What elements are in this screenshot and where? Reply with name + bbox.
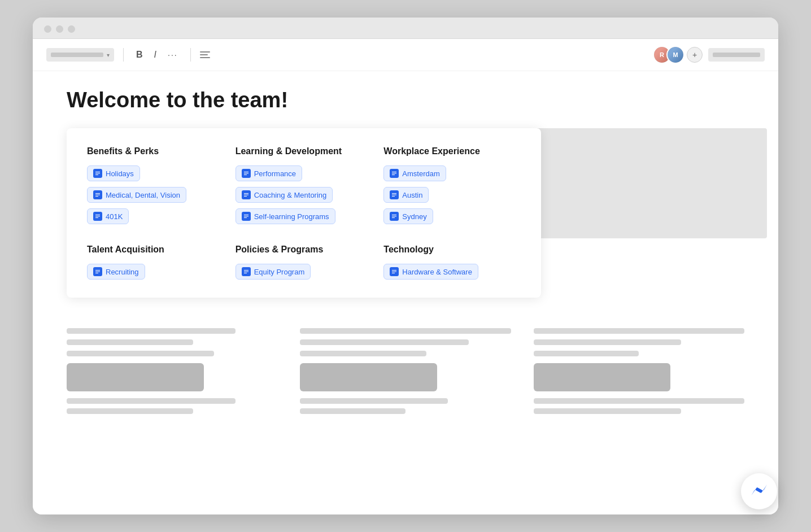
svg-rect-13 — [244, 195, 248, 195]
svg-rect-17 — [244, 217, 247, 218]
traffic-light-1 — [44, 25, 51, 33]
svg-rect-19 — [392, 173, 396, 174]
tag-sydney[interactable]: Sydney — [383, 208, 433, 224]
tag-medical[interactable]: Medical, Dental, Vision — [87, 187, 186, 203]
tag-coaching[interactable]: Coaching & Mentoring — [236, 187, 333, 203]
tag-recruiting-label: Recruiting — [106, 268, 139, 276]
svg-rect-22 — [392, 195, 396, 195]
svg-rect-4 — [95, 195, 100, 195]
svg-rect-1 — [95, 173, 100, 174]
placeholder-bar — [67, 398, 236, 404]
placeholder-bar — [534, 339, 681, 345]
toolbar-divider-2 — [190, 48, 191, 62]
placeholder-bar — [67, 328, 236, 334]
avatar-group: R M + — [653, 46, 703, 64]
page-title: Welcome to the team! — [67, 88, 744, 112]
traffic-light-3 — [68, 25, 75, 33]
dark-placeholder-block — [534, 363, 671, 391]
placeholder-bar — [534, 398, 744, 404]
confluence-logo-icon — [749, 481, 769, 502]
bottom-col-2 — [300, 328, 511, 356]
tag-recruiting[interactable]: Recruiting — [87, 264, 145, 280]
svg-rect-33 — [392, 270, 396, 271]
svg-rect-25 — [392, 216, 396, 217]
tag-amsterdam-label: Amsterdam — [402, 169, 439, 178]
tag-401k[interactable]: 401K — [87, 208, 129, 224]
svg-rect-29 — [95, 273, 98, 273]
browser-window: ▾ B I ··· R M — [33, 18, 778, 514]
tag-amsterdam[interactable]: Amsterdam — [383, 165, 446, 181]
page-icon-medical — [93, 190, 102, 199]
bottom-col-4 — [67, 363, 277, 414]
svg-rect-28 — [95, 272, 100, 272]
share-bar — [713, 53, 760, 57]
share-button[interactable] — [708, 48, 765, 62]
page-icon-amsterdam — [390, 169, 399, 178]
align-button[interactable] — [200, 51, 210, 58]
svg-rect-34 — [392, 272, 396, 272]
more-formatting-button[interactable]: ··· — [164, 49, 181, 60]
svg-rect-10 — [244, 173, 248, 174]
align-line-1 — [200, 51, 210, 53]
tag-equity[interactable]: Equity Program — [236, 264, 311, 280]
tag-selflearning[interactable]: Self-learning Programs — [236, 208, 335, 224]
dropdown-bar — [51, 53, 103, 57]
category-technology-title: Technology — [383, 245, 521, 255]
bottom-col-3 — [534, 328, 744, 356]
tag-coaching-label: Coaching & Mentoring — [254, 191, 327, 199]
page-icon-sydney — [390, 212, 399, 221]
tag-holidays[interactable]: Holidays — [87, 165, 140, 181]
placeholder-bar — [300, 351, 426, 356]
category-technology: Technology Hardware & Software — [383, 245, 521, 280]
tag-equity-label: Equity Program — [254, 268, 305, 276]
tag-401k-label: 401K — [106, 212, 123, 221]
tag-sydney-label: Sydney — [402, 212, 426, 221]
toolbar-left: ▾ B I ··· — [46, 48, 210, 62]
toolbar-divider-1 — [123, 48, 124, 62]
svg-rect-30 — [244, 270, 248, 271]
category-policies: Policies & Programs Equity Program — [236, 245, 373, 280]
svg-rect-21 — [392, 193, 396, 194]
placeholder-bar — [534, 351, 639, 356]
bottom-content-area — [33, 315, 778, 425]
toolbar: ▾ B I ··· R M — [33, 39, 778, 71]
svg-rect-6 — [95, 215, 100, 215]
dropdown-arrow-icon: ▾ — [107, 52, 110, 58]
dark-placeholder-block — [67, 363, 204, 391]
tag-austin-label: Austin — [402, 191, 422, 199]
tag-performance[interactable]: Performance — [236, 165, 302, 181]
category-learning-title: Learning & Development — [236, 146, 373, 156]
add-collaborator-button[interactable]: + — [687, 47, 703, 63]
svg-rect-12 — [244, 193, 248, 194]
category-policies-title: Policies & Programs — [236, 245, 373, 255]
svg-rect-14 — [244, 196, 247, 197]
category-workplace: Workplace Experience Amsterdam Austin — [383, 146, 521, 224]
bottom-col-1 — [67, 328, 277, 356]
browser-content: ▾ B I ··· R M — [33, 39, 778, 514]
page-icon-austin — [390, 190, 399, 199]
avatar-face-m: M — [668, 47, 683, 63]
bold-button[interactable]: B — [133, 49, 146, 61]
tag-hardware[interactable]: Hardware & Software — [383, 264, 478, 280]
format-dropdown[interactable]: ▾ — [46, 48, 114, 62]
confluence-fab[interactable] — [741, 473, 777, 509]
page-icon-401k — [93, 212, 102, 221]
svg-rect-15 — [244, 215, 248, 215]
category-talent-title: Talent Acquisition — [87, 245, 224, 255]
placeholder-bar — [300, 398, 447, 404]
browser-titlebar — [33, 18, 778, 39]
svg-rect-9 — [244, 172, 248, 172]
svg-rect-20 — [392, 175, 395, 175]
svg-rect-0 — [95, 172, 100, 172]
italic-button[interactable]: I — [151, 49, 160, 61]
bottom-col-6 — [534, 363, 744, 414]
tag-austin[interactable]: Austin — [383, 187, 429, 203]
placeholder-bar — [534, 328, 744, 334]
svg-rect-8 — [95, 217, 98, 218]
page-icon-selflearning — [242, 212, 251, 221]
avatar-user-m: M — [666, 46, 684, 64]
category-benefits-title: Benefits & Perks — [87, 146, 224, 156]
page-icon-holidays — [93, 169, 102, 178]
svg-rect-7 — [95, 216, 100, 217]
bottom-col-5 — [300, 363, 511, 414]
